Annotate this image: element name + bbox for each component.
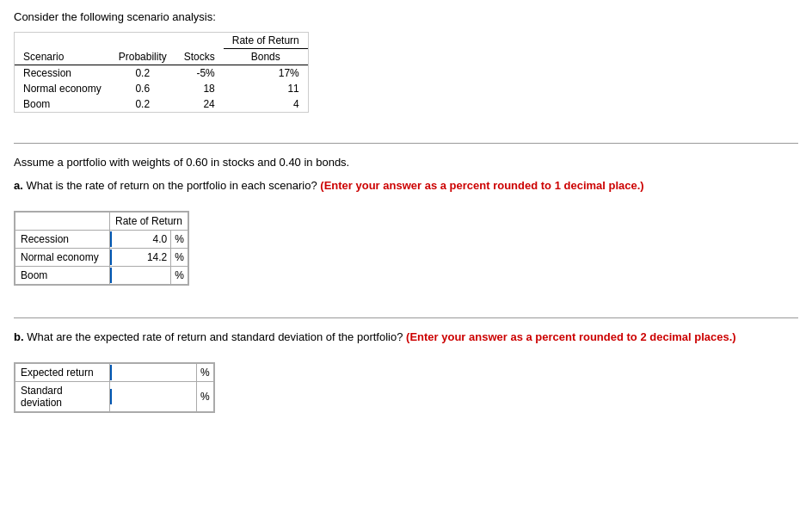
- ror-label-normal: Normal economy: [15, 249, 110, 267]
- prob-normal: 0.6: [110, 81, 175, 96]
- bonds-boom: 4: [224, 96, 308, 112]
- col-stocks-header: Stocks: [175, 49, 224, 65]
- col-probability-header: Probability: [110, 49, 175, 65]
- table-col-header-row: Scenario Probability Stocks Bonds: [15, 49, 308, 65]
- table-row-normal: Normal economy %: [15, 249, 188, 267]
- ror-label-boom: Boom: [15, 267, 110, 285]
- stocks-boom: 24: [175, 96, 224, 112]
- partb-label-stddev: Standarddeviation: [15, 382, 110, 412]
- table-row: Boom 0.2 24 4: [15, 96, 308, 112]
- ror-label-recession: Recession: [15, 231, 110, 249]
- stocks-recession: -5%: [175, 65, 224, 82]
- part-b-table: Expected return % Standarddeviation %: [15, 363, 214, 412]
- divider-2: [14, 317, 798, 318]
- ror-empty-header: [15, 213, 110, 231]
- partb-input-expected[interactable]: [110, 365, 196, 380]
- table-row-std-dev: Standarddeviation %: [15, 382, 214, 412]
- col-bonds-header: Bonds: [224, 49, 308, 65]
- col-scenario-header: Scenario: [15, 49, 110, 65]
- scenario-boom: Boom: [15, 96, 110, 112]
- ror-input-boom[interactable]: [110, 268, 170, 283]
- bonds-normal: 11: [224, 81, 308, 96]
- partb-input-cell-expected[interactable]: [110, 364, 197, 382]
- scenario-normal: Normal economy: [15, 81, 110, 96]
- part-b-text: What are the expected rate of return and…: [27, 330, 403, 343]
- stocks-normal: 18: [175, 81, 224, 96]
- table-row: Normal economy 0.6 18 11: [15, 81, 308, 96]
- table-rate-header-row: Rate of Return: [15, 33, 308, 49]
- scenario-recession: Recession: [15, 65, 110, 82]
- table-row: Recession 0.2 -5% 17%: [15, 65, 308, 82]
- table-row-recession: Recession %: [15, 231, 188, 249]
- ror-pct-recession: %: [171, 231, 188, 249]
- ror-input-normal[interactable]: [110, 250, 170, 265]
- ror-input-cell-boom[interactable]: [110, 267, 171, 285]
- part-a-label: a.: [14, 179, 23, 192]
- assume-label: Assume a portfolio with weights of 0.60 …: [14, 156, 349, 169]
- intro-text: Consider the following scenario analysis…: [14, 10, 798, 23]
- partb-pct-stddev: %: [197, 382, 214, 412]
- part-b-question: b. What are the expected rate of return …: [14, 330, 798, 343]
- ror-header-row: Rate of Return: [15, 213, 188, 231]
- scenario-table: Rate of Return Scenario Probability Stoc…: [15, 33, 308, 112]
- ror-pct-boom: %: [171, 267, 188, 285]
- assume-text: Assume a portfolio with weights of 0.60 …: [14, 156, 798, 169]
- ror-input-cell-recession[interactable]: [110, 231, 171, 249]
- scenario-table-wrapper: Rate of Return Scenario Probability Stoc…: [14, 32, 309, 113]
- part-a-question: a. What is the rate of return on the por…: [14, 179, 798, 192]
- part-a-table: Rate of Return Recession % Normal econom…: [15, 212, 188, 285]
- part-b-instruction: (Enter your answer as a percent rounded …: [406, 330, 736, 343]
- empty-header: [15, 33, 224, 49]
- part-a-table-wrapper: Rate of Return Recession % Normal econom…: [14, 211, 189, 286]
- intro-label: Consider the following scenario analysis…: [14, 10, 216, 23]
- partb-label-expected: Expected return: [15, 364, 110, 382]
- bonds-recession: 17%: [224, 65, 308, 82]
- part-a-text: What is the rate of return on the portfo…: [26, 179, 317, 192]
- rate-of-return-header: Rate of Return: [224, 33, 308, 49]
- table-row-boom: Boom %: [15, 267, 188, 285]
- part-b-label: b.: [14, 330, 24, 343]
- part-b-table-wrapper: Expected return % Standarddeviation %: [14, 362, 215, 413]
- table-row-expected-return: Expected return %: [15, 364, 214, 382]
- partb-pct-expected: %: [197, 364, 214, 382]
- prob-boom: 0.2: [110, 96, 175, 112]
- partb-input-cell-stddev[interactable]: [110, 382, 197, 412]
- ror-header: Rate of Return: [110, 213, 188, 231]
- part-a-instruction: (Enter your answer as a percent rounded …: [320, 179, 643, 192]
- part-a-letter: a.: [14, 179, 23, 192]
- prob-recession: 0.2: [110, 65, 175, 82]
- ror-input-recession[interactable]: [110, 231, 170, 247]
- ror-pct-normal: %: [171, 249, 188, 267]
- part-b-letter: b.: [14, 330, 24, 343]
- partb-input-stddev[interactable]: [110, 389, 196, 404]
- divider-1: [14, 143, 798, 144]
- ror-input-cell-normal[interactable]: [110, 249, 171, 267]
